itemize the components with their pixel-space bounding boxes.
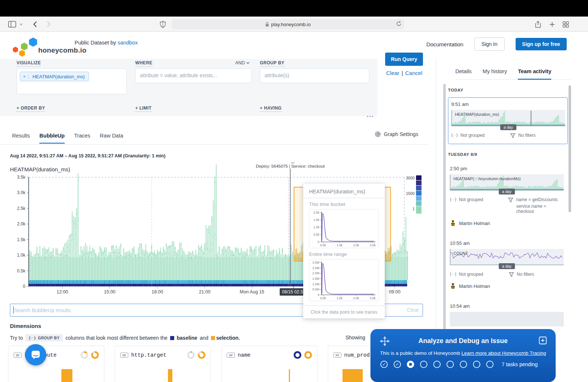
history-entry[interactable]: 10:55 amCOUNTa day{··}Not groupedNo filt…: [448, 236, 568, 294]
history-entry[interactable]: 2:50 pmHEATMAP(::::hnycolumn:durationMs)…: [448, 162, 568, 231]
sidebar-tabbar: DetailsMy historyTeam activity: [455, 68, 571, 80]
refresh-icon[interactable]: [396, 21, 401, 26]
run-query-button[interactable]: Run Query: [385, 53, 423, 66]
svg-text:1.5k: 1.5k: [17, 237, 26, 242]
task-dot-todo: [420, 361, 427, 368]
type-chip: str: [120, 353, 128, 358]
group-icon: {··}: [450, 272, 457, 276]
svg-text:2.5M: 2.5M: [312, 266, 319, 270]
svg-text:0.0k: 0.0k: [320, 296, 326, 300]
svg-text:3000: 3000: [406, 176, 415, 180]
graph-settings-button[interactable]: Graph Settings: [374, 131, 418, 138]
group-by-chip[interactable]: {··}GROUP BY: [25, 334, 63, 342]
filter-icon: [508, 197, 513, 203]
svg-text:3.0k: 3.0k: [370, 296, 376, 300]
entry-author: Martin Holman: [450, 220, 564, 226]
svg-text:09:00: 09:00: [389, 289, 400, 294]
tab-overview-icon[interactable]: [561, 19, 570, 29]
duration-badge: a day: [499, 189, 515, 194]
task-dot-todo: [447, 361, 454, 368]
sidebar-tab-details[interactable]: Details: [455, 68, 472, 79]
selection-donut: [91, 351, 99, 359]
bubbleup-clear-button[interactable]: Clear: [407, 307, 419, 313]
url-bar[interactable]: play.honeycomb.io: [172, 19, 404, 29]
tooltip-range-title: Entire time range: [303, 248, 385, 259]
expand-icon[interactable]: [539, 336, 547, 344]
group-icon: {··}: [450, 197, 457, 201]
selection-swatch: [211, 336, 215, 340]
histogram-bar: [343, 369, 363, 382]
group-by-label[interactable]: GROUP BY: [260, 60, 284, 67]
visualize-chip[interactable]: × HEATMAP(duration_ms): [20, 72, 89, 81]
dimension-card-http.route[interactable]: strhttp.route: [8, 346, 104, 382]
new-tab-icon[interactable]: [547, 19, 557, 29]
histogram-bar: [168, 369, 172, 382]
chevron-down-icon[interactable]: [18, 19, 24, 29]
query-sparkline: COUNTa day: [450, 249, 564, 266]
svg-text:0.0k: 0.0k: [320, 243, 326, 247]
tracing-link[interactable]: Learn more about Honeycomb Tracing: [461, 350, 546, 356]
mac-menubar: [0, 0, 588, 17]
query-builder: VISUALIZE × HEATMAP(duration_ms) WHERE A…: [0, 59, 377, 116]
dimension-cards: strhttp.routestrhttp.targetstrnameintnum…: [8, 346, 424, 382]
limit-button[interactable]: + LIMIT: [135, 106, 151, 112]
svg-text:0.5k: 0.5k: [313, 233, 320, 236]
history-entry[interactable]: 9:51 amHEATMAP(duration_ms)a day{··}Not …: [448, 97, 568, 144]
privacy-shield-icon[interactable]: [158, 19, 168, 29]
task-dot-done: ✓: [394, 361, 401, 368]
tab-traces[interactable]: Traces: [74, 128, 90, 144]
visualize-label[interactable]: VISUALIZE: [17, 60, 41, 67]
results-tabbar: ResultsBubbleUpTracesRaw Data: [0, 126, 429, 145]
where-label[interactable]: WHERE: [135, 60, 153, 67]
remove-chip-icon[interactable]: ×: [20, 74, 29, 79]
group-by-summary: {··}Not grouped: [451, 133, 510, 139]
dataset-link[interactable]: sandbox: [118, 40, 138, 46]
task-dot-current: [407, 361, 414, 368]
window-scrollbar[interactable]: [569, 85, 571, 212]
dimension-card-http.target[interactable]: strhttp.target: [115, 346, 211, 382]
group-by-input[interactable]: attribute(s): [260, 68, 369, 83]
forward-icon[interactable]: [44, 19, 53, 29]
baseline-donut: [187, 351, 195, 359]
sign-up-button[interactable]: Sign up for free: [516, 38, 567, 50]
sidebar-tab-my-history[interactable]: My history: [483, 68, 507, 79]
documentation-link[interactable]: Documentation: [426, 41, 463, 47]
showing-label: Showing: [345, 335, 365, 340]
chat-icon: [31, 350, 41, 360]
sidebar-scrollbar[interactable]: [443, 84, 446, 332]
selection-donut: [304, 351, 312, 359]
tab-results[interactable]: Results: [12, 128, 30, 144]
svg-text:0.5M: 0.5M: [312, 288, 319, 291]
duration-badge: a day: [500, 124, 516, 130]
where-input[interactable]: attribute = value, attribute exists...: [135, 68, 252, 83]
honeycomb-logo[interactable]: honeycomb.io: [11, 35, 74, 57]
share-icon[interactable]: [533, 19, 543, 29]
tooltip-bucket-title: This time bucket: [303, 198, 385, 209]
cancel-button[interactable]: Cancel: [405, 70, 423, 76]
dataset-prefix: Public Dataset by: [75, 40, 116, 46]
query-overflow-menu[interactable]: ...: [367, 112, 374, 118]
sidebar-tab-team-activity[interactable]: Team activity: [518, 68, 551, 79]
tab-raw-data[interactable]: Raw Data: [100, 128, 123, 144]
sign-in-button[interactable]: Sign In: [474, 38, 505, 51]
svg-text:1.0k: 1.0k: [17, 253, 26, 258]
sidebar-toggle-icon[interactable]: [7, 19, 17, 29]
visualize-box[interactable]: × HEATMAP(duration_ms): [17, 68, 127, 94]
tab-bubbleup[interactable]: BubbleUp: [39, 128, 64, 144]
query-actions: Clear|Cancel: [385, 70, 423, 76]
dimension-card-name[interactable]: strname: [221, 346, 318, 382]
svg-text:18:00: 18:00: [152, 289, 163, 294]
svg-text:3.0M: 3.0M: [312, 261, 319, 264]
order-by-button[interactable]: + ORDER BY: [17, 106, 45, 112]
back-icon[interactable]: [30, 19, 40, 29]
sparkline-query-label: HEATMAP(duration_ms): [455, 112, 499, 117]
svg-text:Mon Aug 15: Mon Aug 15: [240, 289, 264, 294]
task-dot-todo: [486, 361, 494, 368]
clear-button[interactable]: Clear: [386, 70, 399, 76]
having-button[interactable]: + HAVING: [260, 106, 282, 112]
sidebar-group-label: TUESDAY 8/9: [448, 152, 568, 157]
svg-text:1: 1: [412, 207, 415, 211]
intercom-chat-button[interactable]: [25, 344, 46, 365]
svg-text:12:00: 12:00: [57, 289, 68, 294]
and-toggle[interactable]: AND: [235, 60, 250, 65]
